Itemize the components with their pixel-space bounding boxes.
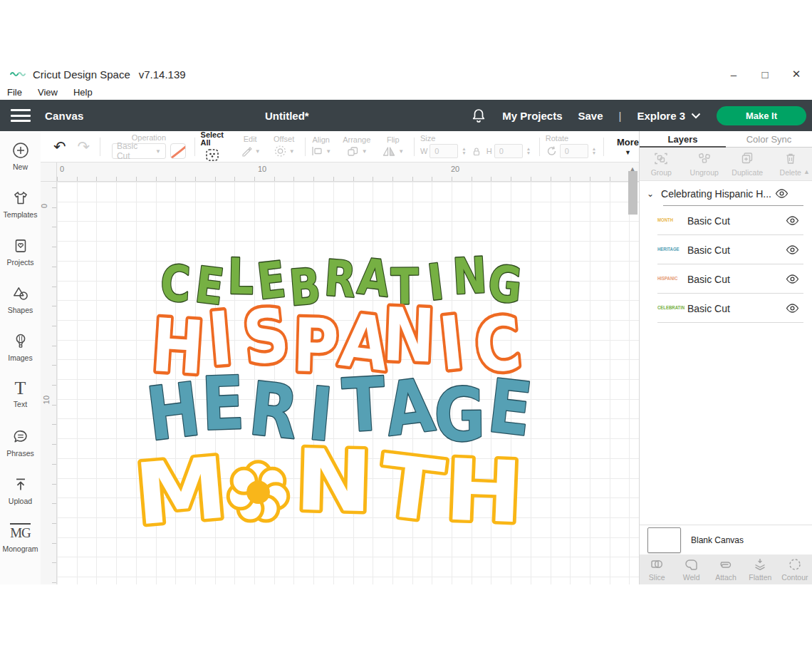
arrange-icon bbox=[346, 145, 360, 158]
edit-group[interactable]: Edit ▼ bbox=[240, 135, 261, 158]
align-group[interactable]: Align ▼ bbox=[311, 136, 331, 157]
scrollbar-thumb[interactable] bbox=[628, 171, 637, 215]
project-board-icon bbox=[11, 237, 30, 255]
sidebar-item-text[interactable]: T Text bbox=[0, 380, 41, 428]
visibility-eye-icon[interactable] bbox=[775, 189, 788, 198]
layer-group-row[interactable]: ⌄ Celebrating Hispanic H... bbox=[640, 181, 812, 206]
sidebar-item-shapes[interactable]: Shapes bbox=[0, 284, 41, 332]
tab-color-sync[interactable]: Color Sync bbox=[726, 131, 812, 147]
close-button[interactable]: ✕ bbox=[781, 64, 812, 84]
blank-canvas-swatch[interactable] bbox=[647, 527, 681, 553]
contour-button[interactable]: Contour bbox=[778, 557, 812, 582]
flip-label: Flip bbox=[387, 136, 400, 144]
height-label: H bbox=[486, 148, 492, 155]
blank-canvas-label: Blank Canvas bbox=[691, 535, 744, 545]
minimize-button[interactable]: – bbox=[718, 64, 749, 84]
color-swatch-button[interactable] bbox=[170, 143, 186, 159]
more-button[interactable]: More ▼ bbox=[617, 137, 639, 156]
attach-button[interactable]: Attach bbox=[709, 557, 743, 582]
maximize-button[interactable]: □ bbox=[749, 64, 781, 84]
slice-button[interactable]: Slice bbox=[640, 557, 674, 582]
operation-select[interactable]: Basic Cut ▼ bbox=[112, 143, 166, 159]
layer-row-hispanic[interactable]: HISPANIC Basic Cut bbox=[640, 264, 812, 294]
hot-air-balloon-icon bbox=[11, 332, 30, 351]
tab-layers[interactable]: Layers bbox=[640, 131, 726, 147]
sidebar-item-monogram[interactable]: MG Monogram bbox=[0, 523, 41, 571]
lock-icon bbox=[472, 146, 482, 157]
offset-group[interactable]: Offset ▼ bbox=[274, 135, 295, 158]
sidebar-item-images[interactable]: Images bbox=[0, 332, 41, 380]
blank-canvas-row[interactable]: Blank Canvas bbox=[640, 525, 812, 554]
select-all-group[interactable]: Select All bbox=[201, 131, 224, 162]
ruler-corner bbox=[41, 162, 57, 182]
text-T-icon: T bbox=[15, 380, 26, 397]
trash-icon bbox=[783, 151, 798, 166]
align-icon bbox=[311, 145, 323, 157]
height-stepper[interactable]: ▲▼ bbox=[526, 147, 531, 155]
canvas-vertical-scrollbar[interactable]: ▲ bbox=[628, 165, 637, 584]
rotate-input[interactable] bbox=[560, 144, 588, 158]
layer-row-celebrating[interactable]: CELEBRATING Basic Cut bbox=[640, 294, 812, 323]
size-group: Size W ▲▼ H ▲▼ bbox=[420, 135, 531, 158]
menu-view[interactable]: View bbox=[38, 87, 58, 98]
canvas-label[interactable]: Canvas bbox=[45, 110, 84, 122]
duplicate-button[interactable]: Duplicate bbox=[726, 151, 769, 177]
layer-row-heritage[interactable]: HERITAGE Basic Cut bbox=[640, 235, 812, 264]
width-input[interactable] bbox=[430, 144, 458, 158]
chevron-down-icon: ▼ bbox=[155, 148, 161, 155]
svg-text:R: R bbox=[246, 366, 303, 456]
make-it-button[interactable]: Make It bbox=[717, 106, 806, 125]
svg-text:N: N bbox=[294, 431, 374, 532]
rotate-stepper[interactable]: ▲▼ bbox=[592, 147, 596, 155]
flower-glyph bbox=[228, 462, 288, 521]
explore-machine-selector[interactable]: Explore 3 bbox=[637, 110, 701, 122]
hamburger-menu-icon[interactable] bbox=[11, 109, 31, 122]
undo-icon[interactable]: ↶ bbox=[53, 138, 66, 155]
my-projects-link[interactable]: My Projects bbox=[502, 110, 562, 122]
layer-row-month[interactable]: MONTH Basic Cut bbox=[640, 206, 812, 235]
slice-icon bbox=[649, 557, 665, 572]
group-title: Celebrating Hispanic H... bbox=[661, 188, 775, 200]
layers-panel: Layers Color Sync Group Ungroup Duplicat… bbox=[639, 131, 812, 584]
sidebar-item-phrases[interactable]: Phrases bbox=[0, 428, 41, 475]
chevron-down-icon[interactable]: ⌄ bbox=[647, 189, 654, 199]
redo-icon[interactable]: ↷ bbox=[78, 138, 90, 155]
sidebar-item-projects[interactable]: Projects bbox=[0, 237, 41, 284]
notifications-bell-icon[interactable] bbox=[471, 107, 486, 124]
sidebar-item-new[interactable]: New bbox=[0, 141, 41, 189]
duplicate-icon bbox=[739, 151, 755, 166]
edit-toolbar: ↶ ↷ Operation Basic Cut ▼ Select Al bbox=[41, 131, 639, 162]
ungroup-icon bbox=[697, 151, 712, 166]
arrange-group[interactable]: Arrange ▼ bbox=[343, 136, 370, 158]
design-artwork[interactable]: CELEBRATINGHISPANICHERITAGEMNTH bbox=[41, 162, 639, 584]
document-title[interactable]: Untitled* bbox=[265, 110, 309, 122]
panel-tabs: Layers Color Sync bbox=[640, 131, 812, 148]
ungroup-button[interactable]: Ungroup bbox=[683, 151, 727, 177]
menu-bar: File View Help bbox=[0, 84, 812, 100]
sidebar-item-templates[interactable]: Templates bbox=[0, 189, 41, 237]
width-stepper[interactable]: ▲▼ bbox=[462, 147, 466, 155]
layer-thumbnail: MONTH bbox=[657, 217, 685, 224]
flip-group[interactable]: Flip ▼ bbox=[382, 136, 404, 158]
svg-text:H: H bbox=[443, 440, 524, 542]
sidebar-item-upload[interactable]: Upload bbox=[0, 475, 41, 523]
height-input[interactable] bbox=[494, 144, 523, 158]
menu-help[interactable]: Help bbox=[73, 87, 93, 98]
cricut-design-space-window: Cricut Design Space v7.14.139 – □ ✕ File… bbox=[0, 0, 812, 650]
svg-text:N: N bbox=[451, 247, 488, 306]
flatten-button[interactable]: Flatten bbox=[743, 557, 777, 582]
weld-button[interactable]: Weld bbox=[674, 557, 708, 582]
save-link[interactable]: Save bbox=[578, 110, 603, 122]
visibility-eye-icon[interactable] bbox=[786, 216, 799, 225]
panel-empty-space bbox=[640, 323, 812, 525]
svg-text:E: E bbox=[200, 360, 246, 448]
group-button[interactable]: Group bbox=[640, 151, 683, 177]
main-area: New Templates Projects Shapes Images T T… bbox=[0, 131, 812, 584]
visibility-eye-icon[interactable] bbox=[786, 274, 799, 284]
visibility-eye-icon[interactable] bbox=[786, 304, 799, 313]
canvas-region: 0 10 20 0 10 20 CELEBRATINGHISPANICHERIT… bbox=[41, 162, 639, 584]
menu-file[interactable]: File bbox=[7, 87, 22, 98]
panel-scroll-up-icon[interactable]: ▲ bbox=[803, 168, 810, 175]
visibility-eye-icon[interactable] bbox=[786, 245, 799, 254]
cricut-logo-icon bbox=[10, 70, 26, 78]
